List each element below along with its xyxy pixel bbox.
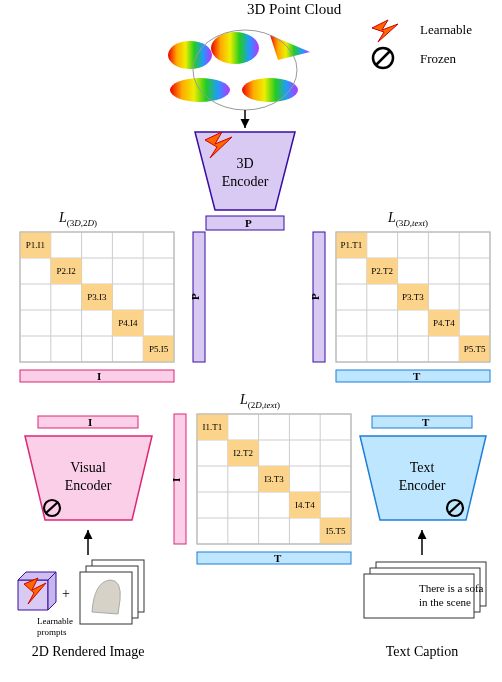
- caption-line1: There is a sofa: [419, 582, 484, 594]
- encoder-visual: I Visual Encoder: [25, 416, 152, 520]
- cell-P2T2: P2.T2: [371, 266, 393, 276]
- legend-learnable: Learnable: [420, 22, 472, 37]
- title-3d-point-cloud: 3D Point Cloud: [247, 1, 342, 17]
- svg-text:L(3D,2D): L(3D,2D): [58, 210, 97, 228]
- lightning-icon: [372, 20, 398, 42]
- encoder-text: T Text Encoder: [360, 416, 486, 520]
- cell-I1T1: I1.T1: [203, 422, 223, 432]
- cell-P3T3: P3.T3: [402, 292, 424, 302]
- text-encoder-line1: Text: [410, 460, 435, 475]
- learnable-prompts-line2: prompts: [37, 627, 67, 637]
- legend: Learnable Frozen: [372, 20, 472, 68]
- rendered-image-stack: [80, 560, 144, 624]
- encoder-3d-label-1: 3D: [236, 156, 253, 171]
- matrix-row-axis-P: P: [189, 293, 201, 300]
- matrix-col-axis-I: I: [97, 370, 101, 382]
- matrix-row-axis-P2: P: [309, 293, 321, 300]
- learnable-prompts-cube: + Learnable prompts: [18, 572, 73, 637]
- visual-encoder-line1: Visual: [70, 460, 106, 475]
- svg-point-1: [211, 32, 259, 64]
- bottom-right-label: Text Caption: [386, 644, 459, 659]
- legend-frozen: Frozen: [420, 51, 457, 66]
- cell-I5T5: I5.T5: [326, 526, 346, 536]
- svg-marker-7: [195, 132, 295, 210]
- point-cloud-image: [168, 30, 310, 110]
- matrix-3d-text: P T P1.T1 P2.T2 P3.T3 P4.T4 P5.T5: [309, 232, 490, 382]
- cell-I3T3: I3.T3: [264, 474, 284, 484]
- visual-encoder-line2: Encoder: [65, 478, 112, 493]
- plus-sign: +: [62, 586, 70, 601]
- visual-output-I: I: [88, 416, 92, 428]
- learnable-prompts-line1: Learnable: [37, 616, 73, 626]
- svg-line-6: [376, 51, 390, 65]
- architecture-diagram: 3D Point Cloud Learnable Frozen 3D Encod…: [0, 0, 502, 682]
- loss-label-2d-text: L(2D,text): [239, 392, 280, 410]
- svg-point-0: [168, 41, 212, 69]
- caption-line2: in the scene: [419, 596, 471, 608]
- cell-P1I1: P1.I1: [26, 240, 45, 250]
- matrix-col-axis-T: T: [413, 370, 421, 382]
- text-caption-stack: There is a sofa in the scene: [364, 562, 486, 618]
- svg-text:L(3D,text): L(3D,text): [387, 210, 428, 228]
- loss-label-3d-text: L(3D,text): [387, 210, 428, 228]
- cell-P5I5: P5.I5: [149, 344, 169, 354]
- cell-I2T2: I2.T2: [233, 448, 253, 458]
- loss-label-3d-2d: L(3D,2D): [58, 210, 97, 228]
- cell-P3I3: P3.I3: [87, 292, 107, 302]
- cell-P2I2: P2.I2: [57, 266, 76, 276]
- bottom-left-label: 2D Rendered Image: [32, 644, 145, 659]
- cell-P5T5: P5.T5: [464, 344, 486, 354]
- svg-text:L(2D,text): L(2D,text): [239, 392, 280, 410]
- matrix-3d-2d: P I P1.I1 P2.I2: [20, 232, 205, 382]
- matrix-2d-text: I T I1.T1 I2.T2 I3.T3 I4.T4 I5.T5: [170, 414, 351, 564]
- encoder-3d-label-2: Encoder: [222, 174, 269, 189]
- cell-P1T1: P1.T1: [341, 240, 363, 250]
- cell-P4T4: P4.T4: [433, 318, 455, 328]
- cell-I4T4: I4.T4: [295, 500, 315, 510]
- matrix-row-axis-I: I: [170, 478, 182, 482]
- cell-P4I4: P4.I4: [118, 318, 138, 328]
- frozen-icon: [373, 48, 393, 68]
- encoder-3d: 3D Encoder: [195, 132, 295, 210]
- matrix-col-axis-T2: T: [274, 552, 282, 564]
- text-encoder-line2: Encoder: [399, 478, 446, 493]
- text-output-T: T: [422, 416, 430, 428]
- p-output-label: P: [245, 217, 252, 229]
